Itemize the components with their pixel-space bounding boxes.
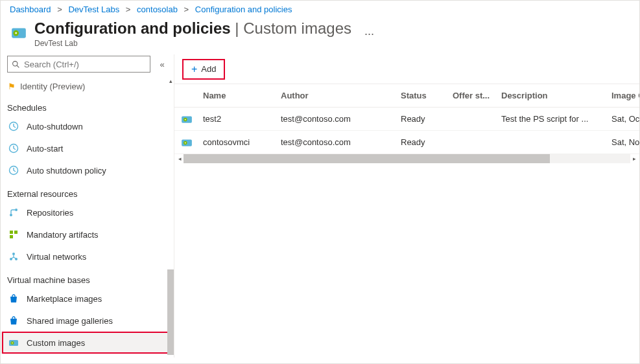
- svg-rect-12: [10, 235, 13, 238]
- cell-status: Ready: [401, 137, 453, 147]
- sidebar-item-label: Custom images: [27, 338, 85, 348]
- chevron-right-icon: >: [126, 5, 131, 14]
- sidebar-item-mandatory-artifacts[interactable]: Mandatory artifacts: [1, 223, 174, 245]
- svg-point-3: [13, 61, 18, 65]
- disk-icon: [177, 137, 203, 148]
- svg-point-8: [10, 214, 12, 216]
- main-panel: + Add Name Author Status Offer st... Des…: [174, 54, 639, 358]
- scrollbar-thumb[interactable]: [184, 154, 550, 163]
- blade-header: Configuration and policies | Custom imag…: [1, 17, 639, 54]
- sidebar-item-virtual-networks[interactable]: Virtual networks: [1, 245, 174, 267]
- search-input[interactable]: [23, 59, 146, 70]
- cell-description: Test the PS script for ...: [501, 114, 611, 124]
- svg-point-13: [12, 253, 15, 255]
- scrollbar-thumb[interactable]: [167, 269, 174, 355]
- breadcrumb: Dashboard > DevTest Labs > contosolab > …: [1, 1, 639, 17]
- sidebar-group-external-resources: External resources: [1, 181, 174, 201]
- sidebar-group-vm-bases: Virtual machine bases: [1, 267, 174, 288]
- disk-icon: [7, 336, 20, 349]
- clock-icon: [7, 120, 20, 133]
- scroll-right-icon[interactable]: ▸: [630, 155, 638, 162]
- sidebar-item-label: Auto-start: [27, 144, 63, 154]
- artifacts-icon: [7, 228, 20, 241]
- table-header-row: Name Author Status Offer st... Descripti…: [174, 84, 639, 108]
- add-button-label: Add: [201, 64, 216, 74]
- breadcrumb-contosolab[interactable]: contosolab: [137, 5, 178, 14]
- add-button[interactable]: + Add: [182, 59, 225, 80]
- svg-rect-11: [14, 231, 18, 234]
- more-actions-button[interactable]: ···: [364, 27, 374, 41]
- disk-icon: [177, 113, 203, 125]
- sidebar-item-shared-image-galleries[interactable]: Shared image galleries: [1, 310, 174, 332]
- col-created[interactable]: Image Creation Date: [611, 91, 639, 100]
- col-name[interactable]: Name: [203, 91, 281, 100]
- cell-created: Sat, Oct 23, 2021: [611, 114, 639, 124]
- cell-status: Ready: [401, 114, 453, 124]
- plus-icon: +: [191, 63, 197, 75]
- chevron-right-icon: >: [57, 5, 62, 14]
- svg-point-21: [185, 119, 186, 120]
- cell-created: Sat, Nov 27, 2021: [611, 137, 639, 147]
- breadcrumb-devtest-labs[interactable]: DevTest Labs: [68, 5, 119, 14]
- clock-icon: [7, 164, 20, 177]
- cell-author: test@contoso.com: [281, 114, 401, 124]
- sidebar-item-marketplace-images[interactable]: Marketplace images: [1, 288, 174, 310]
- col-offer[interactable]: Offer st...: [453, 91, 501, 100]
- sidebar-item-custom-images[interactable]: Custom images: [1, 332, 174, 354]
- breadcrumb-configuration-policies[interactable]: Configuration and policies: [195, 5, 292, 14]
- sidebar-search[interactable]: [7, 56, 150, 73]
- page-subtitle: DevTest Lab: [34, 39, 351, 48]
- search-icon: [12, 60, 20, 69]
- col-description[interactable]: Description: [501, 91, 611, 100]
- cell-name: test2: [203, 114, 281, 124]
- sidebar-item-identity-preview[interactable]: ⚑ Identity (Preview): [1, 78, 174, 95]
- svg-point-24: [185, 142, 186, 143]
- svg-line-4: [17, 65, 19, 67]
- col-author[interactable]: Author: [281, 91, 401, 100]
- svg-rect-10: [10, 231, 13, 234]
- horizontal-scrollbar[interactable]: ◂ ▸: [174, 154, 639, 163]
- sidebar-item-label: Auto shutdown policy: [27, 166, 106, 176]
- scroll-up-icon[interactable]: ▴: [167, 78, 174, 84]
- flag-icon: ⚑: [7, 82, 16, 91]
- sidebar-item-label: Repositories: [27, 208, 73, 218]
- disk-icon: [10, 23, 28, 41]
- sidebar-item-label: Auto-shutdown: [27, 122, 83, 131]
- sidebar-item-repositories[interactable]: Repositories: [1, 201, 174, 223]
- sidebar-item-label: Marketplace images: [27, 294, 102, 304]
- svg-point-9: [15, 209, 18, 211]
- page-title-main: Configuration and policies: [34, 19, 231, 37]
- bag-icon: [7, 314, 20, 327]
- sidebar-item-auto-shutdown-policy[interactable]: Auto shutdown policy: [1, 159, 174, 181]
- sidebar-item-auto-shutdown[interactable]: Auto-shutdown: [1, 115, 174, 137]
- vnet-icon: [7, 250, 20, 263]
- sidebar-nav: ⚑ Identity (Preview) Schedules Auto-shut…: [1, 76, 174, 358]
- breadcrumb-dashboard[interactable]: Dashboard: [10, 5, 51, 14]
- sidebar: « ⚑ Identity (Preview) Schedules Auto-sh…: [1, 54, 174, 358]
- sidebar-scrollbar[interactable]: ▴: [167, 78, 174, 358]
- scroll-left-icon[interactable]: ◂: [176, 155, 184, 162]
- col-status[interactable]: Status: [401, 91, 453, 100]
- table-row[interactable]: test2 test@contoso.com Ready Test the PS…: [174, 108, 639, 131]
- chevron-right-icon: >: [184, 5, 189, 14]
- sidebar-group-schedules: Schedules: [1, 95, 174, 115]
- cell-author: test@contoso.com: [281, 137, 401, 147]
- page-title-sub: Custom images: [243, 19, 351, 37]
- sidebar-item-label: Shared image galleries: [27, 316, 113, 326]
- cell-name: contosovmci: [203, 137, 281, 147]
- svg-point-2: [15, 32, 17, 34]
- svg-point-18: [12, 343, 13, 344]
- scrollbar-track[interactable]: [184, 154, 630, 163]
- page-title-sep: |: [231, 19, 244, 37]
- bag-icon: [7, 292, 20, 305]
- images-table: Name Author Status Offer st... Descripti…: [174, 84, 639, 358]
- toolbar: + Add: [174, 54, 639, 84]
- sidebar-item-auto-start[interactable]: Auto-start: [1, 137, 174, 159]
- sidebar-item-label: Identity (Preview): [20, 82, 85, 91]
- table-row[interactable]: contosovmci test@contoso.com Ready Sat, …: [174, 131, 639, 154]
- page-title: Configuration and policies | Custom imag…: [34, 19, 351, 37]
- repo-icon: [7, 206, 20, 219]
- sidebar-item-label: Mandatory artifacts: [27, 230, 99, 240]
- collapse-sidebar-button[interactable]: «: [156, 60, 169, 69]
- sidebar-item-label: Virtual networks: [27, 252, 86, 262]
